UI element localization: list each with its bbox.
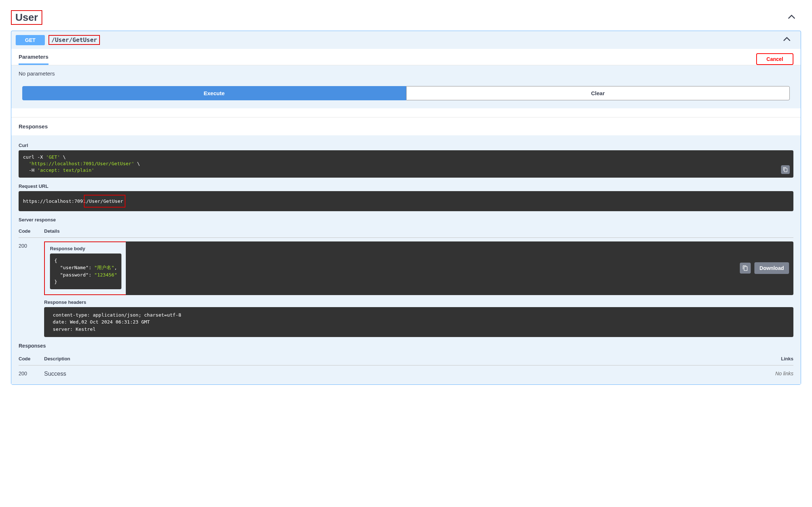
response-body-row: Response body { "userName": "用户名", "pass… xyxy=(44,241,793,295)
doc-description-header: Description xyxy=(44,352,764,365)
request-url-prefix: https://localhost:7091 xyxy=(23,198,86,204)
details-column-header: Details xyxy=(44,225,793,238)
endpoint-path: /User/GetUser xyxy=(48,35,100,45)
curl-header: 'accept: text/plain' xyxy=(37,167,94,173)
copy-icon[interactable] xyxy=(781,165,790,174)
documented-responses-label: Responses xyxy=(19,343,793,349)
response-body-highlighted: Response body { "userName": "用户名", "pass… xyxy=(44,241,127,295)
curl-hflag: -H xyxy=(23,167,37,173)
chevron-up-icon[interactable] xyxy=(782,12,801,24)
response-headers-label: Response headers xyxy=(44,299,793,305)
section-title: User xyxy=(11,10,42,25)
json-key2: "password" xyxy=(60,272,89,278)
response-body-actions: Download xyxy=(126,241,793,295)
chevron-up-icon[interactable] xyxy=(777,34,796,46)
response-body-block: { "userName": "用户名", "password": "123456… xyxy=(50,253,121,289)
no-parameters-text: No parameters xyxy=(19,70,793,77)
cancel-button[interactable]: Cancel xyxy=(756,53,793,65)
execute-button[interactable]: Execute xyxy=(22,86,406,100)
response-details: Response body { "userName": "用户名", "pass… xyxy=(44,238,793,337)
download-button[interactable]: Download xyxy=(754,262,789,274)
json-key1: "userName" xyxy=(60,265,89,270)
parameters-content: No parameters Execute Clear xyxy=(11,65,801,108)
doc-code-header: Code xyxy=(19,352,44,365)
json-val2: "123456" xyxy=(94,272,117,278)
parameters-header: Parameters Cancel xyxy=(11,49,801,65)
doc-code-value: 200 xyxy=(19,365,44,377)
status-code-value: 200 xyxy=(19,238,44,337)
section-header[interactable]: User xyxy=(11,7,801,28)
curl-label: Curl xyxy=(19,143,793,148)
curl-slash: \ xyxy=(60,154,66,160)
server-response-grid: Code Details 200 Response body { "userNa… xyxy=(19,225,793,337)
curl-method: 'GET' xyxy=(46,154,60,160)
response-headers-block: content-type: application/json; charset=… xyxy=(44,307,793,337)
doc-description-value: Success xyxy=(44,365,764,377)
http-method-badge: GET xyxy=(16,35,45,45)
parameters-tab[interactable]: Parameters xyxy=(19,54,48,65)
clear-button[interactable]: Clear xyxy=(406,86,790,100)
operation-summary[interactable]: GET /User/GetUser xyxy=(11,31,801,49)
server-response-label: Server response xyxy=(19,217,793,222)
json-val1: "用户名" xyxy=(94,265,114,270)
request-url-block: https://localhost:7091/User/GetUser xyxy=(19,191,793,211)
curl-url: 'https://localhost:7091/User/GetUser' xyxy=(29,161,135,166)
json-open: { xyxy=(54,258,57,263)
code-column-header: Code xyxy=(19,225,44,238)
doc-links-header: Links xyxy=(764,352,793,365)
response-body-label: Response body xyxy=(50,246,121,251)
documented-responses-grid: Code Description Links 200 Success No li… xyxy=(19,350,793,377)
curl-slash2: \ xyxy=(134,161,140,166)
execute-row: Execute Clear xyxy=(19,86,793,100)
operation-block: GET /User/GetUser Parameters Cancel No p… xyxy=(11,31,801,385)
request-url-highlighted: /User/GetUser xyxy=(84,195,125,208)
responses-content: Curl curl -X 'GET' \ 'https://localhost:… xyxy=(11,135,801,384)
doc-links-value: No links xyxy=(764,365,793,377)
copy-icon[interactable] xyxy=(740,263,751,274)
curl-block: curl -X 'GET' \ 'https://localhost:7091/… xyxy=(19,150,793,178)
operation-body: Parameters Cancel No parameters Execute … xyxy=(11,49,801,384)
request-url-label: Request URL xyxy=(19,183,793,189)
responses-header: Responses xyxy=(11,117,801,135)
operation-summary-left: GET /User/GetUser xyxy=(16,35,100,45)
curl-prefix: curl -X xyxy=(23,154,46,160)
json-close: } xyxy=(54,279,57,285)
